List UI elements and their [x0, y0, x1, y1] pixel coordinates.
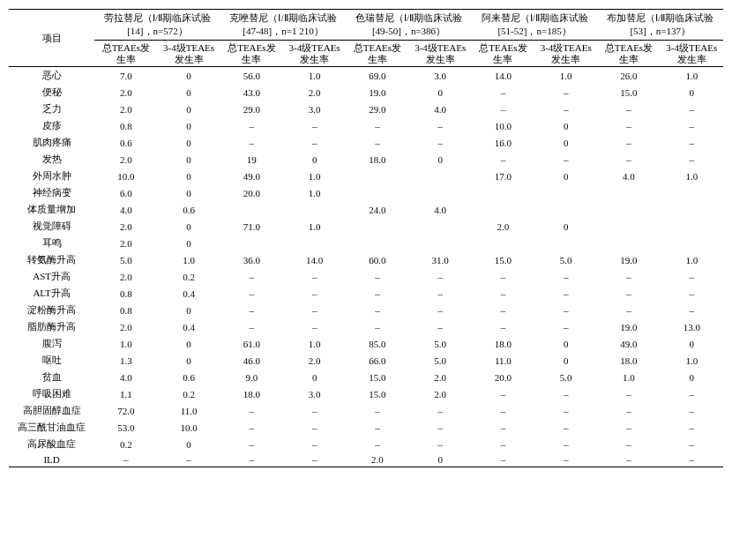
cell-value: –	[534, 268, 597, 285]
cell-value: 0	[409, 452, 472, 467]
cell-value: –	[472, 318, 534, 335]
table-row: 转氨酶升高5.01.036.014.060.031.015.05.019.01.…	[9, 251, 723, 268]
group-4: 布加替尼（Ⅰ/Ⅱ期临床试验[53]，n=137）	[597, 10, 723, 41]
cell-value: –	[346, 134, 408, 151]
cell-value: 10.0	[94, 168, 157, 184]
cell-value: –	[220, 302, 283, 318]
cell-value	[472, 235, 534, 251]
cell-value: 0	[157, 302, 220, 318]
cell-value: 1.0	[661, 67, 723, 85]
table-row: ALT升高0.80.4––––––––	[9, 285, 723, 302]
cell-value: 7.0	[94, 67, 157, 85]
cell-value: 0	[661, 84, 723, 101]
row-label: 皮疹	[9, 117, 94, 134]
cell-value: 11.0	[157, 402, 220, 419]
cell-value: 0.4	[157, 318, 220, 335]
cell-value: 72.0	[94, 402, 157, 419]
cell-value: –	[661, 134, 723, 151]
cell-value	[597, 184, 660, 201]
cell-value: –	[472, 151, 534, 168]
cell-value: –	[220, 134, 283, 151]
row-label: 淀粉酶升高	[9, 302, 94, 318]
cell-value: 0.8	[94, 285, 157, 302]
cell-value: 2.0	[346, 452, 408, 467]
cell-value: 5.0	[409, 335, 472, 352]
cell-value: –	[534, 84, 597, 101]
cell-value: 5.0	[534, 369, 597, 385]
cell-value: 0.6	[157, 201, 220, 218]
cell-value: –	[283, 302, 346, 318]
cell-value: 1.0	[534, 67, 597, 85]
cell-value: 19.0	[597, 251, 660, 268]
cell-value: 0	[534, 335, 597, 352]
row-label: 发热	[9, 151, 94, 168]
cell-value: 19.0	[597, 318, 660, 335]
cell-value: –	[661, 385, 723, 402]
cell-value: 0	[661, 369, 723, 385]
sub-grade34-0: 3-4级TEAEs发生率	[157, 41, 220, 67]
cell-value: 3.0	[409, 67, 472, 85]
cell-value: 1.0	[94, 335, 157, 352]
cell-value: –	[597, 452, 660, 467]
sub-total-4: 总TEAEs发生率	[597, 41, 660, 67]
sub-total-3: 总TEAEs发生率	[472, 41, 534, 67]
cell-value: 0	[157, 67, 220, 85]
group-3: 阿来替尼（Ⅰ/Ⅱ期临床试验[51-52]，n=185）	[472, 10, 598, 41]
row-label: 神经病变	[9, 184, 94, 201]
cell-value: 0	[283, 369, 346, 385]
cell-value: –	[409, 134, 472, 151]
cell-value: 2.0	[94, 218, 157, 235]
row-label: 呕吐	[9, 352, 94, 369]
cell-value: –	[472, 268, 534, 285]
cell-value: 2.0	[283, 84, 346, 101]
row-label: 高尿酸血症	[9, 436, 94, 452]
cell-value: –	[597, 101, 660, 117]
cell-value: –	[661, 117, 723, 134]
table-row: 外周水肿10.0049.01.017.004.01.0	[9, 168, 723, 184]
cell-value: 16.0	[472, 134, 534, 151]
cell-value: –	[409, 285, 472, 302]
row-label: 脂肪酶升高	[9, 318, 94, 335]
group-1: 克唑替尼（Ⅰ/Ⅱ期临床试验[47-48]，n=1 210）	[220, 10, 347, 41]
cell-value: 0	[409, 84, 472, 101]
cell-value: 15.0	[472, 251, 534, 268]
cell-value: 0	[534, 134, 597, 151]
cell-value: –	[409, 402, 472, 419]
cell-value: 26.0	[597, 67, 660, 85]
row-label: 乏力	[9, 101, 94, 117]
cell-value: –	[283, 318, 346, 335]
cell-value: –	[94, 452, 157, 467]
cell-value: –	[472, 419, 534, 436]
cell-value: –	[346, 117, 408, 134]
row-label: 腹泻	[9, 335, 94, 352]
cell-value: –	[597, 285, 660, 302]
cell-value	[661, 201, 723, 218]
cell-value: 69.0	[346, 67, 408, 85]
cell-value	[661, 218, 723, 235]
cell-value: –	[283, 402, 346, 419]
cell-value	[283, 201, 346, 218]
cell-value: 29.0	[346, 101, 408, 117]
row-label: 转氨酶升高	[9, 251, 94, 268]
cell-value	[220, 201, 283, 218]
cell-value	[534, 184, 597, 201]
row-label: ILD	[9, 452, 94, 467]
cell-value: 0.2	[94, 436, 157, 452]
cell-value: 1.0	[661, 352, 723, 369]
cell-value: –	[409, 436, 472, 452]
cell-value: –	[220, 318, 283, 335]
cell-value: 0.6	[94, 134, 157, 151]
cell-value: 1.0	[597, 369, 660, 385]
cell-value: –	[534, 385, 597, 402]
cell-value: –	[283, 419, 346, 436]
group-0: 劳拉替尼（Ⅰ/Ⅱ期临床试验[14]，n=572）	[94, 10, 220, 41]
table-row: 乏力2.0029.03.029.04.0––––	[9, 101, 723, 117]
sub-total-1: 总TEAEs发生率	[220, 41, 283, 67]
row-label: 体质量增加	[9, 201, 94, 218]
cell-value: 1.1	[94, 385, 157, 402]
cell-value: 1.0	[283, 335, 346, 352]
sub-total-2: 总TEAEs发生率	[346, 41, 408, 67]
cell-value: –	[346, 436, 408, 452]
cell-value: –	[346, 419, 408, 436]
cell-value: 6.0	[94, 184, 157, 201]
